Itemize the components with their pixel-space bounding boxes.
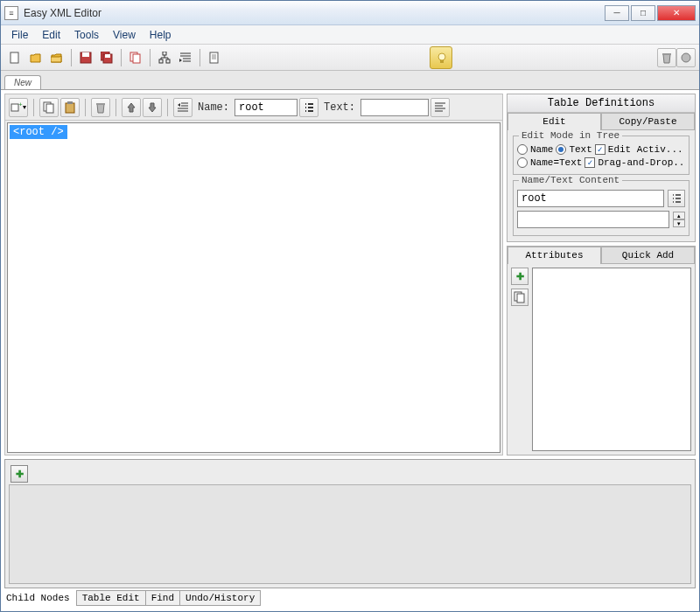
minimize-button[interactable]: ─: [605, 5, 629, 21]
svg-rect-9: [159, 59, 163, 63]
maximize-button[interactable]: □: [631, 5, 655, 21]
plus-icon: ✚: [516, 271, 524, 282]
copy-doc-button[interactable]: [126, 48, 145, 67]
tab-undo[interactable]: Undo/History: [179, 590, 261, 606]
new-node-button[interactable]: +▾: [9, 98, 28, 117]
trash-icon: [94, 101, 107, 114]
menu-help[interactable]: Help: [143, 26, 178, 44]
trash-button[interactable]: [657, 48, 676, 67]
app-icon: ≡: [4, 6, 18, 20]
editor-toolbar: +▾ Name: Text:: [5, 94, 502, 121]
attribute-list[interactable]: [532, 268, 691, 451]
document-icon: [208, 52, 220, 64]
delete-node-button[interactable]: [91, 98, 110, 117]
outdent-icon: [177, 101, 189, 114]
list-button[interactable]: [299, 98, 318, 117]
indent-button[interactable]: [176, 48, 195, 67]
tab-find[interactable]: Find: [145, 590, 180, 606]
svg-rect-19: [46, 104, 53, 113]
save-button[interactable]: [76, 48, 95, 67]
move-up-button[interactable]: [122, 98, 141, 117]
checkbox-dragdrop[interactable]: ✓: [584, 157, 595, 168]
menu-file[interactable]: File: [4, 26, 35, 44]
content-spinner[interactable]: ▴▾: [673, 212, 685, 227]
svg-rect-11: [210, 52, 218, 63]
radio-text[interactable]: [556, 144, 566, 155]
trash-icon: [661, 52, 673, 64]
content-text-input[interactable]: [517, 211, 669, 228]
copy-icon: [514, 291, 526, 303]
tab-attributes[interactable]: Attributes: [508, 247, 601, 264]
svg-rect-20: [66, 103, 74, 113]
save-all-icon: [101, 52, 113, 64]
main-toolbar: [1, 45, 699, 71]
hint-button[interactable]: [430, 46, 452, 69]
text-input[interactable]: [360, 99, 429, 116]
arrow-up-icon: [125, 101, 137, 114]
svg-point-12: [438, 53, 445, 60]
open-file-button[interactable]: [26, 48, 46, 67]
content-name-input[interactable]: [517, 190, 664, 207]
folder-icon: [51, 52, 63, 64]
svg-rect-14: [662, 53, 671, 55]
menu-view[interactable]: View: [106, 26, 143, 44]
tree-node-root[interactable]: <root />: [10, 125, 67, 139]
svg-rect-8: [163, 52, 166, 55]
menubar: File Edit Tools View Help: [1, 25, 699, 45]
child-nodes-area[interactable]: [9, 484, 691, 584]
svg-rect-10: [166, 59, 170, 63]
child-nodes-panel: ✚: [4, 459, 696, 588]
checkbox-edit-active[interactable]: ✓: [595, 144, 606, 155]
svg-rect-2: [82, 52, 89, 57]
name-label: Name:: [194, 101, 233, 114]
tab-quickadd[interactable]: Quick Add: [601, 247, 695, 264]
align-icon: [434, 101, 446, 114]
copy-attribute-button[interactable]: [511, 289, 528, 306]
list-icon: [670, 192, 682, 205]
add-child-button[interactable]: ✚: [10, 465, 28, 483]
svg-rect-7: [133, 54, 140, 63]
svg-rect-24: [517, 294, 524, 303]
close-button[interactable]: ✕: [657, 5, 696, 21]
table-definitions-header[interactable]: Table Definitions: [508, 94, 695, 113]
copy-doc-icon: [130, 52, 142, 64]
tab-childnodes[interactable]: Child Nodes: [4, 591, 77, 605]
content-list-button[interactable]: [668, 190, 685, 207]
tab-edit[interactable]: Edit: [508, 113, 601, 130]
document-button[interactable]: [205, 48, 224, 67]
align-button[interactable]: [430, 98, 450, 117]
radio-nametext[interactable]: [517, 157, 528, 168]
tab-copypaste[interactable]: Copy/Paste: [601, 113, 695, 130]
document-tab-new[interactable]: New: [4, 75, 41, 89]
circle-icon: [680, 52, 692, 64]
radio-name[interactable]: [517, 144, 528, 155]
menu-tools[interactable]: Tools: [67, 26, 106, 44]
editmode-legend: Edit Mode in Tree: [519, 130, 622, 141]
xml-tree[interactable]: <root />: [7, 122, 500, 453]
add-attribute-button[interactable]: ✚: [511, 268, 528, 285]
tab-tableedit[interactable]: Table Edit: [76, 590, 146, 606]
svg-rect-22: [96, 103, 105, 105]
list-icon: [303, 101, 315, 114]
outdent-button[interactable]: [173, 98, 192, 117]
copy-button[interactable]: [39, 98, 59, 117]
structure-button[interactable]: [155, 48, 174, 67]
titlebar: ≡ Easy XML Editor ─ □ ✕: [1, 1, 699, 25]
menu-edit[interactable]: Edit: [35, 26, 67, 44]
svg-rect-5: [105, 54, 110, 58]
paste-icon: [64, 101, 76, 114]
text-label: Text:: [320, 101, 359, 114]
save-all-button[interactable]: [97, 48, 116, 67]
svg-point-15: [682, 53, 690, 62]
new-file-button[interactable]: [5, 48, 24, 67]
arrow-down-icon: [146, 101, 158, 114]
indent-icon: [179, 52, 192, 64]
paste-button[interactable]: [60, 98, 80, 117]
name-input[interactable]: [234, 99, 298, 116]
move-down-button[interactable]: [143, 98, 162, 117]
copy-icon: [43, 101, 55, 114]
document-tabstrip: New: [1, 71, 699, 90]
stop-button[interactable]: [676, 48, 696, 67]
open-folder-button[interactable]: [47, 48, 66, 67]
tree-icon: [158, 52, 171, 64]
